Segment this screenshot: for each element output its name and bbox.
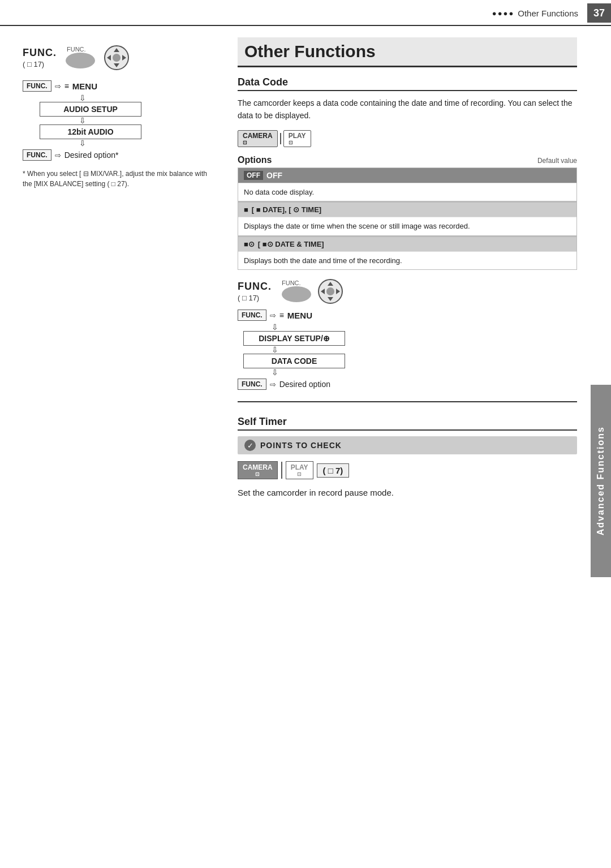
func-section-left: FUNC. ( □ 17) FUNC. xyxy=(23,45,215,70)
option-body-date-time: Displays the date or time when the scene… xyxy=(238,217,576,235)
date-time-label: [ ■ DATE], [ ⊙ TIME] xyxy=(252,205,321,214)
flow-down-2: ⇩ xyxy=(79,117,215,124)
menu-icon-right2: ≡ xyxy=(279,311,284,320)
func-title-left: FUNC. xyxy=(23,47,57,58)
option-subheader-date-time: ■ [ ■ DATE], [ ⊙ TIME] xyxy=(238,202,576,217)
flow-down-3: ⇩ xyxy=(79,139,215,147)
dpad-left[interactable] xyxy=(104,45,129,70)
option-row-date-time: ■ [ ■ DATE], [ ⊙ TIME] Displays the date… xyxy=(238,201,577,236)
header-dots: ●●●● xyxy=(492,9,514,18)
side-label: Advanced Functions xyxy=(591,385,611,577)
menu-step2-box-r: DATA CODE xyxy=(243,354,577,368)
play-badge-sub: ⊡ xyxy=(297,471,302,477)
play-badge-text: PLAY xyxy=(291,463,308,471)
func-key-left: FUNC. xyxy=(23,80,51,92)
dpad-left-right xyxy=(321,289,325,294)
camera-badge-self-timer: CAMERA ⊡ xyxy=(238,461,278,479)
main-layout: FUNC. ( □ 17) FUNC. xyxy=(0,26,611,868)
menu-step2-box: 12bit AUDIO xyxy=(40,124,215,139)
off-icon: OFF xyxy=(244,171,263,180)
top-header: ●●●● Other Functions 37 xyxy=(0,0,611,26)
func2-header: FUNC. ( □ 17) FUNC. xyxy=(238,279,577,304)
right-column: Other Functions Data Code The camcorder … xyxy=(226,26,611,868)
camera-play-row: CAMERA ⊡ PLAY ⊡ ( □ 7) xyxy=(238,461,577,479)
menu-flow-right2: FUNC. ⇨ ≡ MENU ⇩ DISPLAY SETUP/⊕ ⇩ DATA … xyxy=(238,310,577,390)
func2-ref: ( □ 17) xyxy=(238,294,259,302)
flow-down-r3: ⇩ xyxy=(272,368,577,376)
menu-step1-box: AUDIO SETUP xyxy=(40,102,215,117)
dpad-down-right xyxy=(328,297,333,301)
menu-step1-label: AUDIO SETUP xyxy=(40,102,141,117)
self-timer-section: Self Timer ✓ POINTS TO CHECK CAMERA ⊡ PL… xyxy=(238,416,577,500)
camera-badge: CAMERA ⊡ xyxy=(238,130,278,147)
dpad-down-arrow xyxy=(114,63,119,67)
data-code-title: Data Code xyxy=(238,76,577,91)
func-box-row: FUNC. ⇨ ≡ MENU xyxy=(23,80,215,92)
option-subheader-date-and-time: ■⊙ [ ■⊙ DATE & TIME] xyxy=(238,237,576,251)
menu-flow-left: FUNC. ⇨ ≡ MENU ⇩ AUDIO SETUP ⇩ 12bit AUD… xyxy=(23,80,215,161)
play-badge-self-timer: PLAY ⊡ xyxy=(286,461,313,479)
menu-step3-label: Desired option* xyxy=(64,151,119,160)
date-time-icon: ■ xyxy=(244,205,248,214)
dpad-right-right xyxy=(336,289,340,294)
flow-down-r1: ⇩ xyxy=(272,323,577,331)
func-icons-row: FUNC. ( □ 17) FUNC. xyxy=(23,45,215,70)
separator-line xyxy=(238,401,577,402)
dpad-circle xyxy=(104,45,129,70)
page-main-title: Other Functions xyxy=(238,37,577,67)
self-timer-body: Set the camcorder in record pause mode. xyxy=(238,486,577,500)
left-column: FUNC. ( □ 17) FUNC. xyxy=(0,26,226,868)
menu-label-right2: MENU xyxy=(287,311,312,320)
data-code-section: Data Code The camcorder keeps a data cod… xyxy=(238,76,577,270)
func-section2-right: FUNC. ( □ 17) FUNC. xyxy=(238,279,577,390)
off-label: OFF xyxy=(266,171,282,180)
menu-label-left: MENU xyxy=(72,81,97,91)
self-timer-title: Self Timer xyxy=(238,416,577,431)
option-header-off: OFF OFF xyxy=(238,168,576,183)
menu-step2-label-r: DATA CODE xyxy=(243,354,345,368)
func-label-small-left: FUNC. xyxy=(67,46,95,53)
date-and-time-label: [ ■⊙ DATE & TIME] xyxy=(258,240,324,248)
oval-button-right[interactable] xyxy=(282,286,311,302)
side-label-text: Advanced Functions xyxy=(596,426,606,535)
func2-box-row2: FUNC. ⇨ Desired option xyxy=(238,379,577,390)
check-icon: ✓ xyxy=(244,440,256,451)
option-body-off: No data code display. xyxy=(238,183,576,201)
dpad-center xyxy=(113,54,121,62)
camera-badge-text: CAMERA xyxy=(243,463,273,471)
play-badge: PLAY ⊡ xyxy=(283,130,311,147)
badge-sep xyxy=(281,462,282,479)
func2-icons: FUNC. xyxy=(282,279,343,304)
header-title: Other Functions xyxy=(518,8,578,18)
func-key-left2: FUNC. xyxy=(23,149,51,161)
dpad-center-right xyxy=(326,287,334,295)
arrow-right-left2: ⇨ xyxy=(55,151,61,160)
mode-badges: CAMERA ⊡ PLAY ⊡ xyxy=(238,130,577,147)
func2-key2: FUNC. xyxy=(238,379,266,390)
options-label: Options xyxy=(238,155,272,165)
footnote-left: * When you select [ ⊟ MIX/VAR.], adjust … xyxy=(23,169,215,189)
dpad-up-right xyxy=(328,282,333,286)
menu-step1-label-r: DISPLAY SETUP/⊕ xyxy=(243,331,345,346)
camera-badge-sub: ⊡ xyxy=(255,471,260,477)
func2-label-small: FUNC. xyxy=(282,280,311,304)
option-row-off: OFF OFF No data code display. xyxy=(238,167,577,202)
flow-down-r2: ⇩ xyxy=(272,346,577,354)
date-and-time-icon: ■⊙ xyxy=(244,240,255,248)
arrow-right22: ⇨ xyxy=(270,380,276,389)
func2-key: FUNC. xyxy=(238,310,266,321)
points-to-check-text: POINTS TO CHECK xyxy=(260,441,342,450)
page-number: 37 xyxy=(587,3,611,23)
menu-step1-box-r: DISPLAY SETUP/⊕ xyxy=(243,331,577,346)
oval-button-left[interactable] xyxy=(66,53,95,68)
badge-divider xyxy=(280,133,281,144)
dpad-circle-right xyxy=(318,279,343,304)
func2-title: FUNC. xyxy=(238,281,272,292)
points-banner: ✓ POINTS TO CHECK xyxy=(238,436,577,454)
dpad-right-arrow xyxy=(122,55,126,61)
arrow-right-left: ⇨ xyxy=(55,82,61,91)
dpad-right[interactable] xyxy=(318,279,343,304)
func-box-row2: FUNC. ⇨ Desired option* xyxy=(23,149,215,161)
option-row-date-and-time: ■⊙ [ ■⊙ DATE & TIME] Displays both the d… xyxy=(238,236,577,270)
menu-step2-label: 12bit AUDIO xyxy=(40,124,141,139)
